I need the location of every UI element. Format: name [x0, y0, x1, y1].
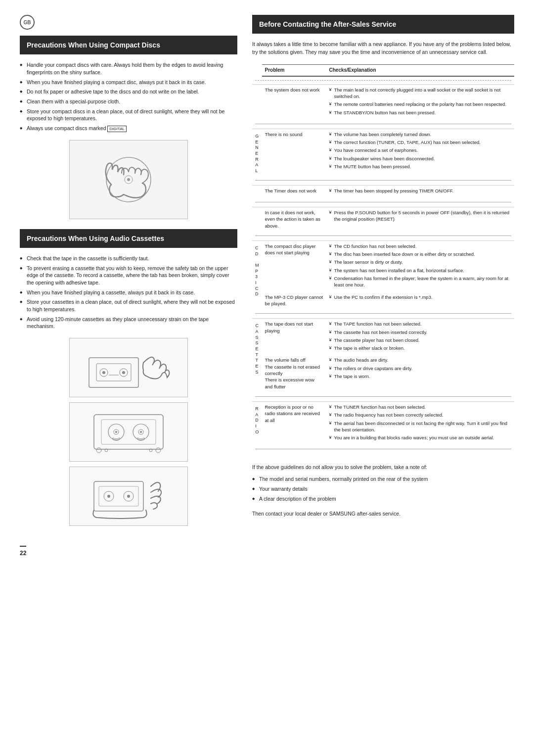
- bottom-closing: Then contact your local dealer or SAMSUN…: [252, 510, 514, 518]
- troubleshoot-table: Problem Checks/Explanation The system do…: [252, 64, 514, 454]
- bottom-bullet-1: The model and serial numbers, normally p…: [252, 475, 514, 483]
- table-row: The MP-3 CD player cannot be played. Use…: [252, 292, 514, 309]
- bottom-bullet-3: A clear description of the problem: [252, 495, 514, 503]
- section-label-timer: [252, 185, 262, 197]
- problem-header: Problem: [262, 64, 326, 76]
- cd-section-header: Precautions When Using Compact Discs: [20, 36, 237, 54]
- table-row: The system does not work The main lead i…: [252, 84, 514, 119]
- problem-reset: In case it does not work, even the actio…: [262, 207, 326, 231]
- check-item: The cassette has not been inserted corre…: [329, 329, 512, 335]
- cassette-hand-svg: [79, 343, 178, 392]
- check-item: The radio frequency has not been correct…: [329, 412, 512, 418]
- checks-mp3: Use the PC to confirm if the extension i…: [326, 292, 515, 309]
- table-header-row: Problem Checks/Explanation: [252, 64, 514, 76]
- cassette-bullet-3: When you have finished playing a cassett…: [20, 289, 237, 296]
- check-item: The system has not been installed on a f…: [329, 267, 512, 274]
- section-label-general: GENERAL: [252, 129, 262, 175]
- page-layout: GB Precautions When Using Compact Discs …: [20, 15, 514, 557]
- cassette-player-svg: [79, 407, 178, 457]
- checks-cd-no-start: The CD function has not been selected. T…: [326, 240, 515, 291]
- aftersales-header: Before Contacting the After-Sales Servic…: [252, 15, 514, 34]
- svg-rect-22: [94, 481, 143, 511]
- page-number-area: 22: [20, 536, 237, 557]
- check-item: The audio heads are dirty.: [329, 357, 512, 363]
- cassette-bullet-4: Store your cassettes in a clean place, o…: [20, 298, 237, 313]
- cd-label: CDMP3ICD: [255, 243, 259, 297]
- cassette-bullet-1: Check that the tape in the cassette is s…: [20, 255, 237, 262]
- table-row: The Timer does not work The timer has be…: [252, 185, 514, 197]
- table-row: RADIO Reception is poor or no radio stat…: [252, 401, 514, 444]
- check-item: The tape is either slack or broken.: [329, 345, 512, 351]
- cd-illustration: [69, 140, 188, 219]
- cassette-label: CASSETTES: [255, 321, 259, 375]
- check-item: The volume has been completely turned do…: [329, 131, 512, 138]
- check-item: The correct function (TUNER, CD, TAPE, A…: [329, 139, 512, 145]
- problem-system-no-work: The system does not work: [262, 84, 326, 119]
- svg-point-14: [115, 431, 117, 433]
- check-item: The loudspeaker wires have been disconne…: [329, 155, 512, 162]
- checks-header: Checks/Explanation: [326, 64, 515, 76]
- svg-point-8: [122, 371, 125, 374]
- svg-point-17: [140, 431, 142, 433]
- bottom-intro: If the above guidelines do not allow you…: [252, 464, 514, 472]
- section-label-cassette: CASSETTES: [252, 319, 262, 392]
- cassette-illustrations: [20, 338, 237, 526]
- intro-text: It always takes a little time to become …: [252, 41, 514, 56]
- svg-point-18: [96, 448, 101, 453]
- cassette-bullet-5: Avoid using 120-minute cassettes as they…: [20, 316, 237, 330]
- cassette-bullets: Check that the tape in the cassette is s…: [20, 255, 237, 330]
- check-item: The MUTE button has been pressed.: [329, 163, 512, 170]
- section-label-radio: RADIO: [252, 401, 262, 444]
- problem-timer: The Timer does not work: [262, 185, 326, 197]
- page-number: 22: [20, 546, 26, 557]
- section-label-blank: [252, 84, 262, 119]
- checks-no-sound: The volume has been completely turned do…: [326, 129, 515, 175]
- check-item: Condensation has formed in the player; l…: [329, 275, 512, 288]
- svg-point-2: [127, 178, 130, 181]
- bottom-notes: If the above guidelines do not allow you…: [252, 464, 514, 518]
- table-row: In case it does not work, even the actio…: [252, 207, 514, 231]
- cd-bullet-3: Do not fix paper or adhesive tape to the…: [20, 88, 237, 95]
- check-item: You are in a building that blocks radio …: [329, 434, 512, 441]
- radio-label: RADIO: [255, 404, 259, 435]
- svg-point-25: [107, 495, 110, 498]
- cd-hand-svg: [84, 147, 173, 212]
- check-item: The tape is worn.: [329, 373, 512, 379]
- problem-tape-quality: The volume falls offThe cassette is not …: [262, 355, 326, 391]
- check-item: The remote control batteries need replac…: [329, 101, 512, 107]
- left-column: GB Precautions When Using Compact Discs …: [20, 15, 237, 557]
- right-column: Before Contacting the After-Sales Servic…: [252, 15, 514, 557]
- svg-point-20: [156, 448, 161, 453]
- cd-bullet-1: Handle your compact discs with care. Alw…: [20, 61, 237, 76]
- gb-badge: GB: [20, 15, 35, 30]
- check-item: The laser sensor is dirty or dusty.: [329, 259, 512, 265]
- cd-bullet-5: Store your compact discs in a clean plac…: [20, 108, 237, 122]
- cassette-hand2-illustration: [69, 467, 188, 526]
- cd-bullets: Handle your compact discs with care. Alw…: [20, 61, 237, 132]
- checks-radio: The TUNER function has not been selected…: [326, 401, 515, 444]
- bottom-bullets: The model and serial numbers, normally p…: [252, 475, 514, 502]
- general-label: GENERAL: [255, 132, 259, 174]
- cassette-hand2-svg: [79, 472, 178, 521]
- cassette-hand-illustration: [69, 338, 188, 397]
- svg-point-27: [127, 495, 130, 498]
- checks-tape-no-start: The TAPE function has not been selected.…: [326, 319, 515, 355]
- check-item: The TAPE function has not been selected.: [329, 321, 512, 327]
- bottom-bullet-2: Your warranty details: [252, 485, 514, 493]
- checks-system-no-work: The main lead is not correctly plugged i…: [326, 84, 515, 119]
- problem-radio: Reception is poor or no radio stations a…: [262, 401, 326, 444]
- check-item: The TUNER function has not been selected…: [329, 404, 512, 410]
- check-item: The cassette player has not been closed.: [329, 337, 512, 343]
- label-header: [252, 64, 262, 76]
- problem-cd-no-start: The compact disc player does not start p…: [262, 240, 326, 291]
- cd-bullet-4: Clean them with a special-purpose cloth.: [20, 98, 237, 105]
- check-item: The rollers or drive capstans are dirty.: [329, 365, 512, 372]
- cd-bullet-6: Always use compact discs marked DIGITAL: [20, 125, 237, 132]
- table-row: CASSETTES The tape does not start playin…: [252, 319, 514, 355]
- check-item: Press the P.SOUND button for 5 seconds i…: [329, 209, 512, 223]
- table-row: CDMP3ICD The compact disc player does no…: [252, 240, 514, 291]
- check-item: You have connected a set of earphones.: [329, 147, 512, 153]
- cassette-section-header: Precautions When Using Audio Cassettes: [20, 229, 237, 248]
- svg-point-7: [102, 371, 105, 374]
- check-item: The aerial has been disconnected or is n…: [329, 420, 512, 433]
